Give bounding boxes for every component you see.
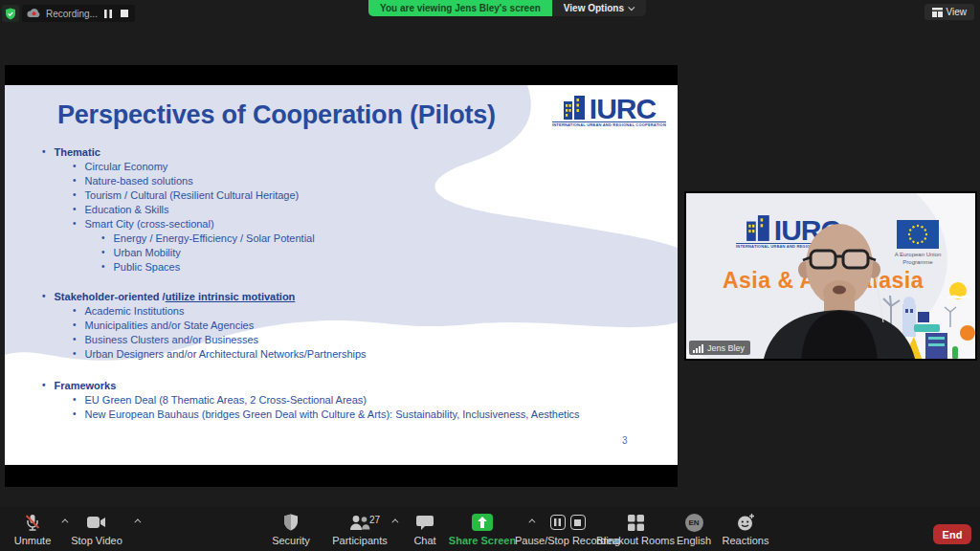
bullet-item: •Education & Skills	[5, 202, 665, 216]
bullet-subitem: •Urban Mobility	[5, 245, 665, 259]
bullet-item: •Circular Economy	[5, 159, 665, 173]
meeting-toolbar: Unmute Stop Video Security	[0, 507, 980, 551]
view-options-label: View Options	[564, 3, 624, 13]
bullet-item: •Business Clusters and/or Businesses	[5, 332, 665, 346]
recording-cloud-icon	[27, 5, 41, 22]
reactions-button[interactable]: Reactions	[720, 513, 771, 546]
recording-indicator: Recording...	[22, 5, 135, 22]
breakout-rooms-icon	[628, 513, 644, 532]
breakout-rooms-label: Breakout Rooms	[596, 535, 675, 546]
view-button-label: View	[947, 7, 968, 17]
iurc-subtitle: INTERNATIONAL URBAN AND REGIONAL COOPERA…	[552, 121, 666, 127]
participants-count: 27	[369, 515, 380, 525]
pause-icon	[550, 515, 566, 530]
share-screen-icon	[472, 514, 493, 531]
bullet-icon: •	[42, 146, 46, 157]
bullet-item: •Urban Designers and/or Architectural Ne…	[5, 346, 665, 361]
stop-video-label: Stop Video	[71, 535, 122, 546]
view-options-dropdown[interactable]: View Options	[552, 0, 646, 16]
bullet-icon: •	[73, 408, 77, 419]
iurc-buildings-icon	[563, 95, 588, 121]
bullet-icon: •	[73, 394, 77, 405]
security-button[interactable]: Security	[264, 513, 318, 546]
stop-video-options-chevron[interactable]	[134, 518, 141, 525]
bullet-heading: •Stakeholder-oriented / utilize intrinsi…	[5, 289, 665, 303]
shield-icon	[283, 513, 299, 532]
breakout-rooms-button[interactable]: Breakout Rooms	[594, 513, 677, 546]
bullet-item: •EU Green Deal (8 Thematic Areas, 2 Cros…	[5, 392, 665, 407]
zoom-meeting-window: Recording... You are viewing Jens Bley's…	[0, 0, 980, 551]
slide-page-number: 3	[622, 435, 628, 446]
bullet-icon: •	[73, 305, 77, 316]
reactions-label: Reactions	[723, 535, 769, 546]
bullet-item: •Academic Institutions	[5, 303, 665, 318]
share-screen-button[interactable]: Share Screen	[442, 513, 523, 546]
slide-title: Perspectives of Cooperation (Pilots)	[57, 100, 496, 130]
bullet-item: •New European Bauhaus (bridges Green Dea…	[5, 407, 665, 421]
recording-label: Recording...	[46, 9, 98, 19]
iurc-logo: IURC INTERNATIONAL URBAN AND REGIONAL CO…	[552, 95, 666, 127]
bullet-icon: •	[101, 261, 105, 272]
bullet-icon: •	[101, 247, 105, 257]
bullet-icon: •	[73, 334, 77, 344]
bullet-icon: •	[73, 218, 77, 229]
screen-viewing-banner: You are viewing Jens Bley's screen View …	[368, 0, 646, 16]
pause-recording-button[interactable]	[102, 7, 114, 20]
bullet-icon: •	[73, 204, 77, 214]
slide-section-stakeholder: •Stakeholder-oriented / utilize intrinsi…	[5, 289, 665, 361]
shared-screen-region: Perspectives of Cooperation (Pilots) IUR…	[5, 65, 678, 487]
bullet-icon: •	[73, 348, 77, 359]
bullet-icon: •	[42, 291, 46, 301]
viewing-banner-text: You are viewing Jens Bley's screen	[368, 0, 552, 16]
security-label: Security	[272, 535, 310, 546]
bullet-item: •Nature-based solutions	[5, 173, 665, 187]
bullet-heading: •Thematic	[5, 144, 665, 159]
view-button[interactable]: View	[924, 4, 975, 20]
bullet-item: •Tourism / Cultural (Resilient Cultural …	[5, 187, 665, 202]
slide-section-thematic: •Thematic •Circular Economy •Nature-base…	[5, 144, 665, 274]
bullet-icon: •	[101, 232, 105, 243]
bullet-icon: •	[42, 380, 46, 390]
stop-recording-button[interactable]	[119, 7, 130, 20]
participant-person	[686, 193, 975, 359]
bullet-icon: •	[73, 161, 77, 171]
stop-video-button[interactable]: Stop Video	[67, 513, 126, 546]
microphone-muted-icon	[24, 513, 41, 532]
participant-video[interactable]: IURC INTERNATIONAL URBAN AND REGIONAL CO…	[684, 191, 977, 361]
presentation-slide: Perspectives of Cooperation (Pilots) IUR…	[5, 85, 678, 465]
slide-section-frameworks: •Frameworks •EU Green Deal (8 Thematic A…	[5, 378, 665, 421]
chevron-down-icon	[628, 4, 635, 11]
bullet-icon: •	[73, 320, 77, 330]
reactions-icon	[737, 513, 755, 532]
participant-name: Jens Bley	[707, 343, 745, 353]
participants-label: Participants	[332, 535, 387, 546]
stop-icon	[570, 515, 586, 530]
share-screen-label: Share Screen	[449, 535, 516, 546]
bullet-item: •Municipalities and/or State Agencies	[5, 318, 665, 332]
participant-video-frame: IURC INTERNATIONAL URBAN AND REGIONAL CO…	[686, 193, 975, 359]
encryption-shield-icon	[2, 5, 19, 22]
iurc-wordmark: IURC	[590, 97, 656, 121]
chat-icon	[416, 513, 434, 532]
language-badge-icon: EN	[685, 514, 703, 532]
participants-button[interactable]: Participants	[325, 513, 394, 546]
bullet-icon: •	[73, 175, 77, 186]
bullet-heading: •Frameworks	[5, 378, 665, 392]
language-label: English	[677, 535, 711, 546]
bullet-subitem: •Public Spaces	[5, 259, 665, 274]
unmute-button[interactable]: Unmute	[8, 513, 57, 546]
language-interpretation-button[interactable]: EN English	[673, 513, 715, 546]
unmute-label: Unmute	[14, 535, 52, 546]
bullet-item: •Smart City (cross-sectional)	[5, 216, 665, 231]
camera-icon	[87, 513, 106, 532]
audio-level-icon	[693, 343, 703, 353]
grid-view-icon	[932, 8, 943, 17]
chat-button[interactable]: Chat	[406, 513, 444, 546]
end-meeting-button[interactable]: End	[933, 524, 971, 544]
participants-icon	[349, 513, 370, 532]
bullet-subitem: •Energy / Energy-Efficiency / Solar Pote…	[5, 231, 665, 245]
chat-label: Chat	[413, 535, 435, 546]
participant-name-tag: Jens Bley	[689, 341, 750, 355]
bullet-icon: •	[73, 189, 77, 200]
